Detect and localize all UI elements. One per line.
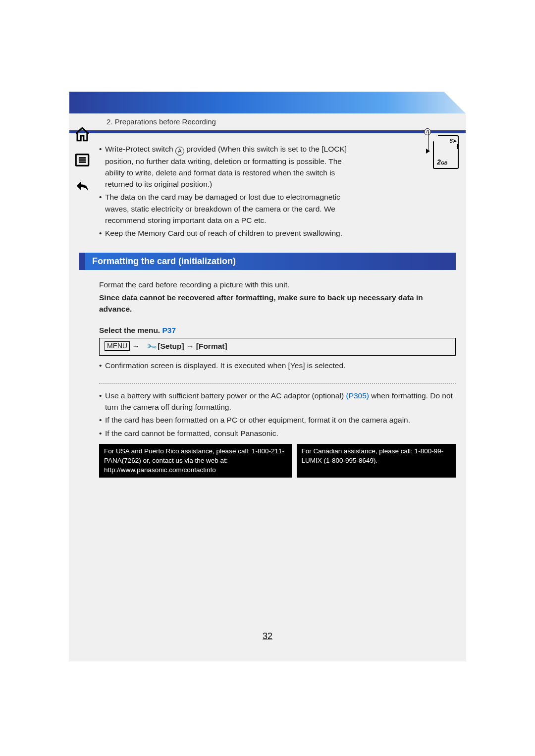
- format-warning: Since data cannot be recovered after for…: [99, 292, 456, 315]
- heading-accent: [79, 253, 85, 270]
- select-menu-label: Select the menu. P37: [99, 324, 456, 336]
- wrench-icon: 🔧: [144, 340, 159, 355]
- circled-a-inline: A: [175, 147, 184, 156]
- menu-path-box: MENU → 🔧 [Setup] → [Format]: [99, 338, 456, 355]
- sd-card-diagram: A S➤ 2GB: [423, 126, 459, 136]
- sidebar-nav: [72, 124, 97, 201]
- footer-notes: Use a battery with sufficient battery po…: [99, 383, 456, 478]
- page-ref-p305[interactable]: (P305): [346, 391, 370, 400]
- contact-canada: For Canadian assistance, please call: 1-…: [297, 444, 456, 478]
- sd-logo: S➤: [449, 138, 456, 144]
- page-number: 32: [69, 631, 466, 642]
- note-battery: Use a battery with sufficient battery po…: [99, 390, 456, 413]
- manual-page: 2. Preparations before Recording A S➤ 2G…: [69, 92, 466, 661]
- header-bar: [69, 92, 466, 113]
- content-area: Write-Protect switch A provided (When th…: [69, 133, 466, 478]
- page-ref-p37[interactable]: P37: [162, 326, 176, 334]
- sd-capacity: 2GB: [437, 158, 447, 166]
- section-heading: Formatting the card (initialization): [79, 253, 456, 270]
- bullet-write-protect: Write-Protect switch A provided (When th…: [99, 143, 352, 190]
- confirm-bullet: Confirmation screen is displayed. It is …: [99, 360, 456, 371]
- contact-usa: For USA and Puerto Rico assistance, plea…: [99, 444, 292, 478]
- bullet-children: Keep the Memory Card out of reach of chi…: [99, 227, 352, 239]
- note-pc-format: If the card has been formatted on a PC o…: [99, 414, 456, 426]
- home-icon[interactable]: [72, 124, 93, 145]
- sd-card-outline: S➤ 2GB: [433, 135, 459, 169]
- confirm-note: Confirmation screen is displayed. It is …: [99, 360, 456, 371]
- toc-icon[interactable]: [72, 150, 93, 170]
- breadcrumb: 2. Preparations before Recording: [69, 113, 466, 130]
- contact-row: For USA and Puerto Rico assistance, plea…: [99, 444, 456, 478]
- note-consult: If the card cannot be formatted, consult…: [99, 428, 456, 439]
- section-title: Formatting the card (initialization): [85, 253, 456, 270]
- top-bullets: Write-Protect switch A provided (When th…: [99, 143, 352, 239]
- menu-button-label: MENU: [105, 341, 130, 351]
- bullet-data-damage: The data on the card may be damaged or l…: [99, 191, 352, 226]
- menu-path-rest: [Setup] → [Format]: [158, 342, 227, 350]
- format-intro: Format the card before recording a pictu…: [99, 279, 456, 290]
- back-icon[interactable]: [72, 175, 93, 196]
- header-corner: [444, 92, 466, 113]
